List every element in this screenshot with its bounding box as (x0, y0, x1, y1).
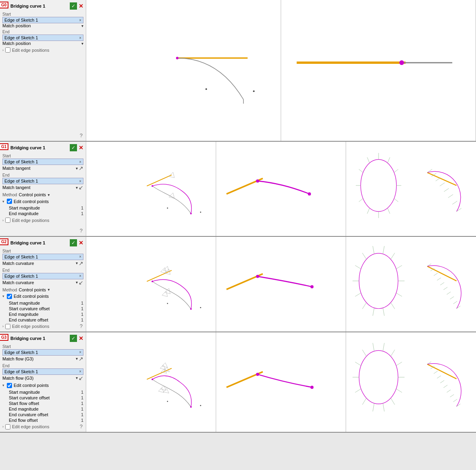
magnitude-value[interactable]: 1 (81, 301, 83, 305)
reject-button[interactable]: ✕ (79, 240, 83, 246)
svg-point-10 (152, 185, 153, 187)
row-g2: G2Bridging curve 1✓✕StartEdge of Sketch … (0, 237, 476, 332)
svg-point-3 (205, 88, 207, 90)
end-match-select[interactable]: Match position (2, 41, 81, 46)
accept-button[interactable]: ✓ (70, 239, 77, 246)
magnitude-value[interactable]: 1 (81, 407, 83, 411)
magnitude-value[interactable]: 1 (81, 412, 83, 417)
reject-button[interactable]: ✕ (79, 336, 83, 341)
svg-line-71 (437, 278, 441, 280)
svg-marker-85 (158, 388, 164, 393)
edit-edge-row[interactable]: ›Edit edge positions (2, 424, 83, 429)
start-edge-clear[interactable]: × (79, 350, 81, 354)
row-label-g1: G1 (0, 143, 8, 150)
edit-edge-checkbox[interactable] (5, 47, 10, 53)
magnitude-value[interactable]: 1 (81, 317, 83, 322)
magnitude-value[interactable]: 1 (81, 312, 83, 317)
accept-button[interactable]: ✓ (70, 335, 77, 342)
end-edge-clear[interactable]: × (79, 36, 81, 40)
svg-line-111 (434, 371, 438, 373)
start-match-select[interactable]: Match position (2, 23, 81, 28)
edit-edge-checkbox[interactable] (5, 324, 10, 329)
magnitude-label: End curvature offset (9, 412, 48, 417)
help-icon[interactable]: ? (80, 423, 83, 429)
accept-button[interactable]: ✓ (70, 144, 77, 151)
start-match-arrow: ▾ (76, 356, 78, 361)
svg-point-89 (200, 405, 201, 406)
magnitude-row-1: Start curvature offset1 (2, 395, 83, 400)
start-match-select[interactable]: Match curvature (2, 261, 75, 266)
help-icon[interactable]: ? (80, 132, 83, 138)
svg-line-59 (355, 293, 361, 297)
end-edge-value: Edge of Sketch 1 (4, 179, 79, 183)
magnitude-value[interactable]: 1 (81, 418, 83, 423)
end-tangent-icon: ↙ (79, 375, 83, 381)
end-edge-input[interactable]: Edge of Sketch 1× (2, 35, 83, 41)
end-match-select[interactable]: Match tangent (2, 185, 75, 190)
edit-edge-chevron: › (2, 218, 4, 222)
svg-line-78 (147, 368, 172, 379)
end-edge-clear[interactable]: × (79, 274, 81, 278)
edit-edge-row[interactable]: ›Edit edge positions (2, 47, 83, 53)
edit-edge-row[interactable]: ›Edit edge positions (2, 324, 83, 329)
reject-button[interactable]: ✕ (79, 3, 83, 9)
svg-point-2 (176, 57, 178, 59)
help-icon[interactable]: ? (80, 323, 83, 329)
edit-control-checkbox[interactable] (7, 383, 12, 388)
start-match-select[interactable]: Match flow (G3) (2, 356, 75, 361)
edit-edge-checkbox[interactable] (5, 218, 10, 223)
expand-chevron[interactable]: ▾ (2, 199, 4, 203)
magnitude-value[interactable]: 1 (81, 306, 83, 311)
start-edge-input[interactable]: Edge of Sketch 1× (2, 254, 83, 260)
magnitude-value[interactable]: 1 (81, 205, 83, 210)
start-match-row: Match curvature▾↗ (2, 260, 83, 267)
end-edge-input[interactable]: Edge of Sketch 1× (2, 368, 83, 375)
end-edge-input[interactable]: Edge of Sketch 1× (2, 273, 83, 279)
start-edge-input[interactable]: Edge of Sketch 1× (2, 349, 83, 356)
start-edge-clear[interactable]: × (79, 18, 81, 22)
end-match-select[interactable]: Match curvature (2, 280, 75, 285)
svg-line-98 (373, 403, 375, 411)
panel-g3: G3Bridging curve 1✓✕StartEdge of Sketch … (0, 332, 86, 432)
start-edge-clear[interactable]: × (79, 254, 81, 259)
svg-line-35 (444, 188, 449, 191)
middle-canvas (216, 142, 346, 236)
end-field-label: End (2, 364, 83, 368)
reject-button[interactable]: ✕ (79, 145, 83, 151)
edit-control-row: ▾Edit control points (2, 383, 83, 388)
magnitude-value[interactable]: 1 (81, 395, 83, 400)
start-match-row: Match position▾ (2, 23, 83, 28)
start-field-label: Start (2, 249, 83, 253)
magnitude-value[interactable]: 1 (81, 401, 83, 406)
start-match-arrow: ▾ (76, 261, 78, 265)
svg-line-70 (434, 273, 438, 275)
magnitude-row-0: Start magnitude1 (2, 390, 83, 395)
start-edge-input[interactable]: Edge of Sketch 1× (2, 159, 83, 165)
magnitude-value[interactable]: 1 (81, 390, 83, 395)
end-match-select[interactable]: Match flow (G3) (2, 376, 75, 380)
end-edge-input[interactable]: Edge of Sketch 1× (2, 178, 83, 184)
svg-point-6 (399, 60, 404, 65)
edit-edge-row[interactable]: ›Edit edge positions (2, 218, 83, 223)
row-label-g3: G3 (0, 334, 8, 341)
expand-chevron[interactable]: ▾ (2, 383, 4, 387)
svg-line-116 (450, 395, 454, 397)
method-arrow: ▾ (48, 193, 50, 197)
expand-chevron[interactable]: ▾ (2, 294, 4, 298)
magnitude-value[interactable]: 1 (81, 211, 83, 216)
svg-point-48 (200, 307, 201, 308)
edit-edge-checkbox[interactable] (5, 424, 10, 429)
end-edge-clear[interactable]: × (79, 369, 81, 374)
accept-button[interactable]: ✓ (70, 2, 77, 10)
edit-control-checkbox[interactable] (7, 199, 12, 204)
start-edge-input[interactable]: Edge of Sketch 1× (2, 17, 83, 23)
help-icon[interactable]: ? (80, 228, 83, 234)
magnitude-label: End curvature offset (9, 317, 48, 322)
start-match-select[interactable]: Match tangent (2, 166, 75, 171)
svg-line-65 (391, 253, 395, 259)
end-edge-clear[interactable]: × (79, 179, 81, 183)
right-canvas (346, 332, 476, 432)
start-edge-clear[interactable]: × (79, 160, 81, 164)
edit-control-checkbox[interactable] (7, 294, 12, 299)
magnitude-label: End flow offset (9, 418, 38, 423)
